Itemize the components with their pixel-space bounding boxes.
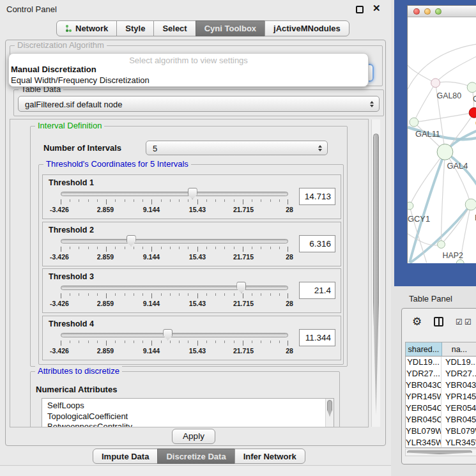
slider-track[interactable] [61,192,288,196]
network-node-c[interactable] [469,107,476,118]
slider-track[interactable] [61,333,288,337]
menu-item-manual-discretization[interactable]: Manual Discretization [11,65,96,74]
checkbox-checked-icon[interactable]: ☑ [456,318,463,326]
cell-shared-name[interactable]: YDL19... [406,357,441,368]
attribute-item-betweennesscentrality[interactable]: BetweennessCentrality [42,422,334,427]
attributes-list-scrollbar[interactable] [325,399,334,427]
threshold-slider[interactable]: -3.4262.8599.14415.4321.71528 [59,279,289,311]
column-header-shared-name[interactable]: shared... [406,342,442,357]
network-node-hap2[interactable] [438,241,445,249]
cell-name[interactable]: YDR27... [441,368,476,380]
slider-thumb[interactable] [127,235,136,247]
table-row[interactable]: YPR145WYPR145W [406,391,476,403]
slider-track[interactable] [61,239,288,243]
threshold-slider[interactable]: -3.4262.8599.14415.4321.71528 [59,233,289,265]
tick-label: 2.859 [97,300,114,307]
network-edge[interactable] [408,234,441,245]
cell-name[interactable]: YER054C [441,403,476,414]
network-node-gcy1[interactable] [408,202,413,210]
slider-thumb[interactable] [236,282,246,293]
cell-name[interactable]: YPR145W [441,391,476,403]
mac-zoom-icon[interactable] [435,8,441,15]
close-icon[interactable]: ✕ [372,3,381,14]
attribute-item-selfloops[interactable]: SelfLoops [42,401,334,411]
column-header-name[interactable]: na... [442,342,476,357]
node-table[interactable]: shared... na... YDL19...YDL19...YDR27...… [405,342,476,448]
cell-shared-name[interactable]: YBR045C [406,414,441,426]
network-edge[interactable] [441,152,445,245]
table-row[interactable]: YBL079WYBL079W [406,426,476,437]
cell-name[interactable]: YLR345W [441,437,476,448]
tab-cyni-toolbox[interactable]: Cyni Toolbox [196,20,265,36]
table-row[interactable]: YDR27...YDR27... [406,368,476,380]
network-window-titlebar[interactable] [408,6,476,17]
menu-item-equal-width-frequency[interactable]: Equal Width/Frequency Discretization [11,75,150,85]
threshold-slider[interactable]: -3.4262.8599.14415.4321.71528 [59,185,289,217]
tab-discretize-data[interactable]: Discretize Data [157,449,234,464]
threshold-value-field[interactable]: 6.316 [299,235,335,252]
split-columns-icon[interactable] [434,317,443,326]
threshold-value-field[interactable]: 11.344 [299,329,335,346]
network-node-h[interactable] [465,199,476,210]
network-node-ga[interactable] [467,82,476,93]
tab-network[interactable]: Network [56,20,117,36]
network-edge[interactable] [414,112,474,122]
table-row[interactable]: YLR345WYLR345W [406,437,476,448]
table-row[interactable]: YBR043CYBR043C [406,380,476,391]
network-edge[interactable] [408,65,436,83]
network-node-gal80[interactable] [431,79,440,88]
table-data-combobox[interactable]: galFiltered.sif default node [18,96,380,112]
settings-gear-icon[interactable]: ⚙ [412,315,422,328]
table-row[interactable]: YDL19...YDL19... [406,357,476,368]
cell-shared-name[interactable]: YBL079W [406,426,441,437]
settings-vertical-scrollbar[interactable] [371,119,380,427]
tab-impute-data[interactable]: Impute Data [93,449,158,464]
network-node-gal4[interactable] [437,144,453,160]
network-edge[interactable] [410,152,445,206]
network-edge[interactable] [414,83,436,122]
network-view-window: GAL80GACGAL11GAL4GCY1HHAP2 [407,5,476,263]
tick-label: 15.43 [189,253,206,261]
network-edge[interactable] [436,82,472,88]
cell-name[interactable]: YBR043C [441,380,476,391]
table-row[interactable]: YBR045CYBR045C [406,414,476,426]
mac-minimize-icon[interactable] [424,8,431,15]
threshold-slider[interactable]: -3.4262.8599.14415.4321.71528 [59,326,289,358]
cell-shared-name[interactable]: YLR345W [406,437,441,448]
cell-shared-name[interactable]: YDR27... [406,368,441,380]
attribute-item-topologicalcoefficient[interactable]: TopologicalCoefficient [42,411,334,422]
cell-shared-name[interactable]: YBR043C [406,380,441,391]
number-of-intervals-combobox[interactable]: 5 [146,141,328,155]
slider-thumb[interactable] [188,188,197,199]
table-row[interactable]: YER054CYER054C [406,403,476,414]
tab-label: Discretize Data [166,452,226,461]
float-window-icon[interactable] [356,6,364,13]
cell-name[interactable]: YBL079W [441,426,476,437]
cell-name[interactable]: YDL19... [441,357,476,368]
checkbox-checked-icon[interactable]: ☑ [464,318,472,326]
network-canvas[interactable]: GAL80GACGAL11GAL4GCY1HHAP2 [408,17,476,263]
number-of-intervals-label: Number of Intervals [43,143,121,153]
cell-shared-name[interactable]: YER054C [406,403,441,414]
cell-name[interactable]: YBR045C [441,414,476,426]
table-data-value: galFiltered.sif default node [25,99,122,109]
mac-close-icon[interactable] [413,8,420,15]
table-panel-toolbar: ⚙ ☑ ☑ [402,309,476,337]
numerical-attributes-list[interactable]: SelfLoopsTopologicalCoefficientBetweenne… [42,398,334,427]
tab-style[interactable]: Style [116,20,154,36]
network-node-gal11[interactable] [410,118,418,127]
apply-button[interactable]: Apply [172,429,215,444]
tab-select[interactable]: Select [153,20,196,36]
threshold-value-field[interactable]: 21.4 [299,282,335,299]
network-edge[interactable] [445,152,471,204]
threshold-value-field[interactable]: 14.713 [299,188,335,205]
slider-thumb[interactable] [163,329,173,341]
network-edge[interactable] [436,55,476,83]
table-header-row: shared... na... [406,342,476,357]
tab-jactivemnodules[interactable]: jActiveMNodules [265,20,349,36]
slider-track[interactable] [61,286,288,290]
cell-shared-name[interactable]: YPR145W [406,391,441,403]
cyni-toolbox-panel: Discretization Algorithm Table Data galF… [5,40,386,446]
table-horizontal-scrollbar[interactable] [405,449,476,456]
tab-infer-network[interactable]: Infer Network [234,449,305,464]
